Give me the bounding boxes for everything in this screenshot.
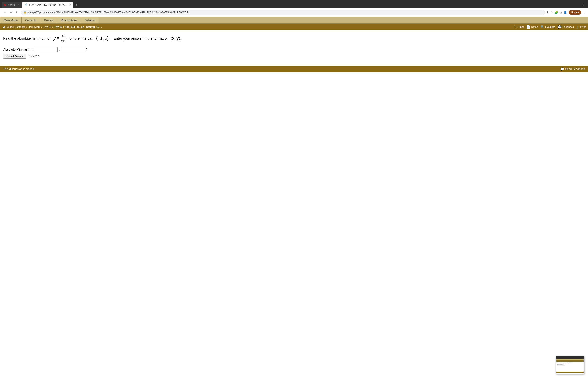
feedback-label: Feedback xyxy=(562,25,574,28)
answer-input-y[interactable] xyxy=(61,47,85,52)
tab-loncapa-close[interactable]: ✕ xyxy=(69,4,71,6)
tab-netflix-label: Netflix xyxy=(8,3,15,6)
address-bar: ← → ↻ 🔒 loncapa07.purdue.edu/enc/124/9c1… xyxy=(0,8,588,17)
prev-problem-button[interactable]: ◀ xyxy=(2,25,5,29)
on-the-interval-text: on the interval xyxy=(70,36,92,40)
breadcrumb-sep2: » xyxy=(41,25,42,28)
breadcrumb-course-contents[interactable]: Course Contents xyxy=(5,25,25,28)
breadcrumb-homework[interactable]: Homework xyxy=(28,25,41,28)
new-tab-button[interactable]: + xyxy=(74,2,79,8)
loncapa-favicon: 🔗 xyxy=(25,3,28,6)
lock-icon: 🔒 xyxy=(24,11,26,14)
tab-netflix[interactable]: N Netflix ✕ xyxy=(1,1,22,8)
send-feedback-label: Send Feedback xyxy=(565,67,585,71)
notes-label: Notes xyxy=(531,25,538,28)
submit-answer-button[interactable]: Submit Answer xyxy=(3,54,26,58)
submit-row: Submit Answer Tries 0/99 xyxy=(3,54,585,58)
tab-loncapa[interactable]: 🔗 LON-CAPA HW 19:Abs_Ext_o... ✕ xyxy=(22,1,73,8)
timer-action[interactable]: ⏱ Timer xyxy=(513,25,524,29)
send-feedback-button[interactable]: 💬 Send Feedback xyxy=(561,67,585,71)
tab-bar: N Netflix ✕ 🔗 LON-CAPA HW 19:Abs_Ext_o..… xyxy=(0,0,588,8)
share-icon[interactable]: ⬆ xyxy=(546,11,549,14)
breadcrumb-bar: ◀ Course Contents » Homework » HW 19 » H… xyxy=(0,24,588,30)
print-label: Print xyxy=(580,25,586,28)
answer-input-x[interactable] xyxy=(34,47,58,52)
feedback-icon: 💬 xyxy=(558,25,562,29)
back-button[interactable]: ← xyxy=(2,10,7,15)
breadcrumb-hw19[interactable]: HW 19 xyxy=(43,25,51,28)
reload-button[interactable]: ↻ xyxy=(15,10,20,15)
answer-row: Absolute Minimum=( , ) xyxy=(3,47,585,52)
breadcrumb-actions: ⏱ Timer 📄 Notes 🔍 Evaluate 💬 Feedback 🖨 … xyxy=(513,25,586,29)
evaluate-action[interactable]: 🔍 Evaluate xyxy=(540,25,555,29)
evaluate-label: Evaluate xyxy=(545,25,555,28)
evaluate-icon: 🔍 xyxy=(540,25,545,29)
update-button[interactable]: Update xyxy=(568,10,581,15)
loncapa-nav: Main Menu Contents Grades Reservations S… xyxy=(0,17,588,24)
bookmark-icon[interactable]: ☆ xyxy=(550,11,553,14)
tab-loncapa-label: LON-CAPA HW 19:Abs_Ext_o... xyxy=(29,3,66,6)
close-paren: ) xyxy=(86,48,87,51)
problem-statement: Find the absolute minimum of y = 3x2 x+1… xyxy=(3,34,585,43)
breadcrumb-sep3: » xyxy=(52,25,54,28)
profile-icon[interactable]: 👤 xyxy=(564,11,567,14)
timer-icon: ⏱ xyxy=(513,25,517,29)
denominator: x+1 xyxy=(61,39,66,43)
sidebar-icon[interactable]: ⊡ xyxy=(560,11,562,14)
url-bar[interactable]: 🔒 loncapa07.purdue.edu/enc/124/9c1998992… xyxy=(21,10,545,15)
breadcrumb: ◀ Course Contents » Homework » HW 19 » H… xyxy=(2,25,102,29)
extensions-icon[interactable]: 🧩 xyxy=(555,11,558,14)
interval-notation: (−1, 5]. xyxy=(95,36,110,40)
fraction: 3x2 x+1 xyxy=(61,34,66,43)
y-variable: y xyxy=(53,36,56,40)
nav-reservations[interactable]: Reservations xyxy=(57,17,81,23)
netflix-favicon: N xyxy=(4,3,6,6)
send-feedback-icon: 💬 xyxy=(561,67,564,71)
menu-icon[interactable]: ⋮ xyxy=(583,11,586,14)
print-action[interactable]: 🖨 Print xyxy=(576,25,586,29)
main-content: Find the absolute minimum of y = 3x2 x+1… xyxy=(0,30,588,66)
print-icon: 🖨 xyxy=(576,25,579,29)
comma-separator: , xyxy=(59,48,60,51)
problem-text-before: Find the absolute minimum of xyxy=(3,36,50,40)
tab-netflix-close[interactable]: ✕ xyxy=(18,4,20,6)
tab-bar-right-controls: ⋮ xyxy=(582,3,587,7)
notes-action[interactable]: 📄 Notes xyxy=(526,25,538,29)
breadcrumb-current: HW 19 : Abs_Ext_on_an_Interval_10 ... xyxy=(54,25,102,28)
nav-grades[interactable]: Grades xyxy=(40,17,57,23)
timer-label: Timer xyxy=(517,25,524,28)
nav-syllabus[interactable]: Syllabus xyxy=(81,17,99,23)
footer-bar: This discussion is closed. 💬 Send Feedba… xyxy=(0,66,588,72)
nav-main-menu[interactable]: Main Menu xyxy=(0,17,21,23)
feedback-action[interactable]: 💬 Feedback xyxy=(558,25,574,29)
equals-sign: = xyxy=(57,36,60,40)
tries-counter: Tries 0/99 xyxy=(28,55,40,57)
toolbar-icons: ⬆ ☆ 🧩 ⊡ 👤 Update ⋮ xyxy=(546,10,586,15)
enter-format-text: Enter your answer in the format of xyxy=(113,36,168,40)
forward-button[interactable]: → xyxy=(9,10,14,15)
breadcrumb-sep1: » xyxy=(26,25,27,28)
absolute-min-label: Absolute Minimum=( xyxy=(3,48,32,51)
notes-icon: 📄 xyxy=(526,25,530,29)
url-text: loncapa07.purdue.edu/enc/124/9c19989922a… xyxy=(28,11,542,14)
discussion-closed-text: This discussion is closed. xyxy=(3,67,35,71)
numerator: 3x2 xyxy=(61,34,66,39)
format-notation: (x, y). xyxy=(171,36,181,40)
nav-contents[interactable]: Contents xyxy=(21,17,40,23)
